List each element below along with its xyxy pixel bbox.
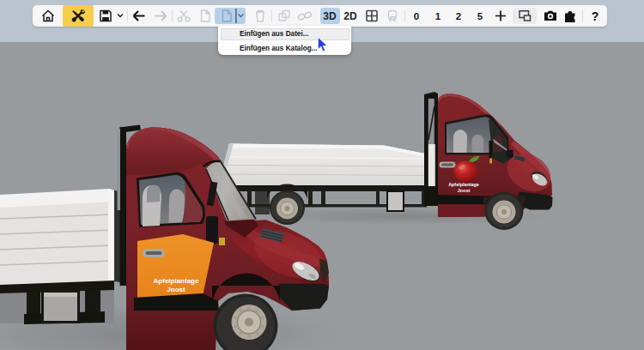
- svg-text:1: 1: [435, 11, 441, 21]
- svg-text:Joost: Joost: [167, 286, 185, 293]
- svg-text:2: 2: [456, 11, 461, 21]
- svg-text:?: ?: [592, 9, 599, 23]
- svg-text:2D: 2D: [343, 10, 357, 22]
- svg-text:Apfelplantage: Apfelplantage: [154, 277, 199, 285]
- svg-text:Joost: Joost: [458, 188, 471, 193]
- svg-text:Apfelplantage: Apfelplantage: [448, 182, 479, 187]
- svg-text:0: 0: [414, 11, 419, 21]
- svg-text:3D: 3D: [323, 10, 337, 22]
- svg-text:5: 5: [477, 11, 483, 21]
